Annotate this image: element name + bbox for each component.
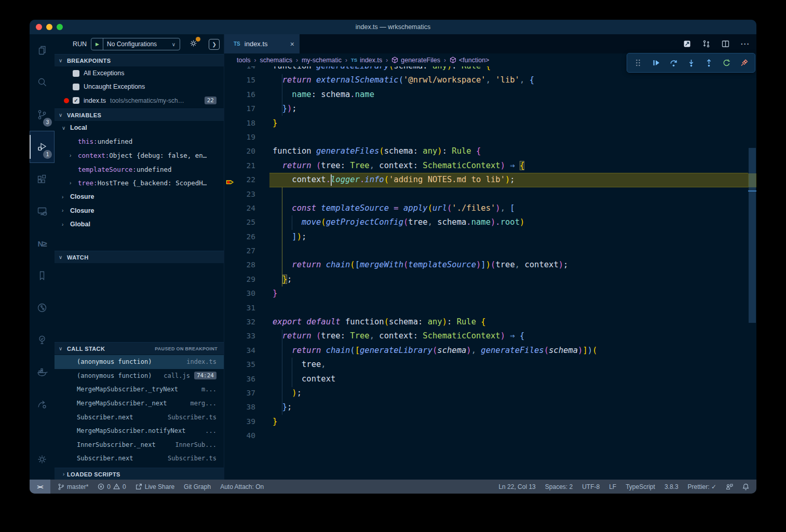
line-number[interactable]: 21 — [224, 159, 255, 173]
line-number[interactable]: 35 — [224, 358, 255, 372]
indentation-status[interactable]: Spaces: 2 — [545, 483, 573, 490]
code-line[interactable]: 35 tree, — [224, 358, 756, 372]
live-share-status[interactable]: Live Share — [135, 483, 174, 490]
variable-row[interactable]: this: undefined — [55, 135, 224, 149]
breakpoint-row[interactable]: All Exceptions — [55, 66, 224, 80]
line-number[interactable]: 25 — [224, 215, 255, 229]
breakpoints-header[interactable]: ∨ BREAKPOINTS — [55, 54, 224, 66]
title-bar[interactable]: index.ts — wrkschematics — [30, 20, 756, 34]
line-number[interactable]: 26 — [224, 230, 255, 244]
restart-button[interactable] — [720, 56, 733, 70]
chevron-right-icon[interactable]: › — [62, 222, 70, 227]
chevron-right-icon[interactable]: › — [62, 194, 70, 200]
notifications-button[interactable] — [742, 483, 749, 490]
line-number[interactable]: 37 — [224, 386, 255, 400]
activity-bookmarks[interactable] — [30, 260, 55, 292]
tab-index-ts[interactable]: TS index.ts × — [224, 34, 300, 53]
code-line[interactable]: 38 }; — [224, 400, 756, 414]
chevron-right-icon[interactable]: › — [70, 180, 78, 186]
breadcrumb-item[interactable]: my-schematic — [302, 57, 342, 64]
activity-extensions[interactable] — [30, 163, 55, 195]
line-number[interactable]: 32 — [224, 315, 255, 329]
line-number[interactable]: 23 — [224, 187, 255, 201]
code-line[interactable]: 26 ]); — [224, 230, 756, 244]
watch-header[interactable]: ∨ WATCH — [55, 251, 224, 263]
activity-run-debug[interactable]: 1 — [30, 131, 55, 163]
code-line[interactable]: 34 return chain([generateLibrary(schema)… — [224, 344, 756, 358]
compare-changes-icon[interactable] — [702, 39, 711, 48]
line-number[interactable]: 27 — [224, 244, 255, 258]
activity-gitlens[interactable] — [30, 292, 55, 324]
call-stack-frame[interactable]: MergeMapSubscriber.notifyNext... — [55, 424, 224, 438]
breakpoint-checkbox[interactable] — [73, 70, 79, 77]
zoom-window-button[interactable] — [57, 24, 63, 30]
eol-status[interactable]: LF — [609, 483, 616, 490]
editor-scrollbar[interactable] — [748, 66, 756, 480]
code-line[interactable]: 29 }; — [224, 272, 756, 287]
feedback-button[interactable] — [726, 483, 733, 490]
breakpoint-checkbox[interactable]: ✓ — [73, 97, 79, 104]
code-line[interactable]: 17 }); — [224, 102, 756, 116]
variable-row[interactable]: ›Closure — [55, 204, 224, 218]
breadcrumb-item[interactable]: schematics — [260, 57, 292, 64]
breadcrumb-item[interactable]: <function> — [450, 57, 489, 64]
variables-header[interactable]: ∨ VARIABLES — [55, 108, 224, 121]
prettier-status[interactable]: Prettier: ✓ — [688, 483, 716, 490]
line-number[interactable]: 22 — [224, 173, 255, 187]
code-line[interactable]: 27 — [224, 244, 756, 258]
minimize-window-button[interactable] — [46, 24, 52, 30]
close-window-button[interactable] — [36, 24, 42, 30]
cursor-position-status[interactable]: Ln 22, Col 13 — [498, 483, 535, 490]
code-line[interactable]: 15 return externalSchematic('@nrwl/works… — [224, 73, 756, 87]
code-line[interactable]: 30} — [224, 287, 756, 301]
line-number[interactable]: 33 — [224, 329, 255, 343]
call-stack-frame[interactable]: Subscriber.nextSubscriber.ts — [55, 452, 224, 466]
code-line[interactable]: 21 return (tree: Tree, context: Schemati… — [224, 159, 756, 173]
line-number[interactable]: 19 — [224, 130, 255, 144]
chevron-down-icon[interactable]: ∨ — [62, 125, 70, 131]
loaded-scripts-header[interactable]: › LOADED SCRIPTS — [55, 468, 224, 480]
git-branch-status[interactable]: master* — [58, 483, 88, 490]
debug-console-button[interactable]: ❯ — [209, 39, 220, 50]
step-out-button[interactable] — [702, 56, 715, 70]
call-stack-frame[interactable]: Subscriber.nextSubscriber.ts — [55, 410, 224, 424]
line-number[interactable]: 16 — [224, 88, 255, 102]
line-number[interactable]: 38 — [224, 400, 255, 414]
code-line[interactable]: 31 — [224, 301, 756, 315]
split-editor-icon[interactable] — [721, 39, 730, 48]
code-line[interactable]: 23 — [224, 187, 756, 201]
scrollbar-thumb[interactable] — [749, 148, 756, 323]
disconnect-button[interactable] — [737, 56, 751, 70]
code-line[interactable]: 22 context.logger.info('adding NOTES.md … — [224, 173, 756, 187]
auto-attach-status[interactable]: Auto Attach: On — [220, 483, 264, 490]
activity-nx-console[interactable]: N≥ — [30, 227, 55, 260]
line-number[interactable]: 31 — [224, 301, 255, 315]
line-number[interactable]: 14 — [224, 66, 255, 73]
code-line[interactable]: 32export default function(schema: any): … — [224, 315, 756, 329]
line-number[interactable]: 28 — [224, 258, 255, 272]
activity-live-share[interactable] — [30, 388, 55, 420]
call-stack-frame[interactable]: (anonymous function)call.js74:24 — [55, 369, 224, 383]
close-icon[interactable]: × — [290, 40, 294, 48]
call-stack-frame[interactable]: (anonymous function)index.ts — [55, 355, 224, 369]
git-graph-status[interactable]: Git Graph — [184, 483, 211, 490]
line-number[interactable]: 18 — [224, 116, 255, 130]
line-number[interactable]: 20 — [224, 144, 255, 158]
code-line[interactable]: 36 context — [224, 372, 756, 386]
step-into-button[interactable] — [684, 56, 698, 70]
open-changes-icon[interactable] — [683, 39, 692, 48]
more-actions-icon[interactable]: ⋯ — [740, 38, 749, 49]
line-number[interactable]: 39 — [224, 415, 255, 429]
code-line[interactable]: 33 return (tree: Tree, context: Schemati… — [224, 329, 756, 343]
line-number[interactable]: 40 — [224, 429, 255, 443]
code-line[interactable]: 24 const templateSource = apply(url('./f… — [224, 201, 756, 215]
chevron-right-icon[interactable]: › — [62, 208, 70, 213]
activity-testing[interactable] — [30, 324, 55, 356]
code-line[interactable]: 25 move(getProjectConfig(tree, schema.na… — [224, 215, 756, 229]
configure-gear-button[interactable] — [188, 38, 198, 50]
code-line[interactable]: 28 return chain([mergeWith(templateSourc… — [224, 258, 756, 272]
line-number[interactable]: 29 — [224, 272, 255, 287]
call-stack-frame[interactable]: MergeMapSubscriber._tryNextm... — [55, 383, 224, 397]
variable-row[interactable]: ›tree: HostTree {_backend: ScopedH… — [55, 176, 224, 190]
language-status[interactable]: TypeScript — [626, 483, 655, 490]
